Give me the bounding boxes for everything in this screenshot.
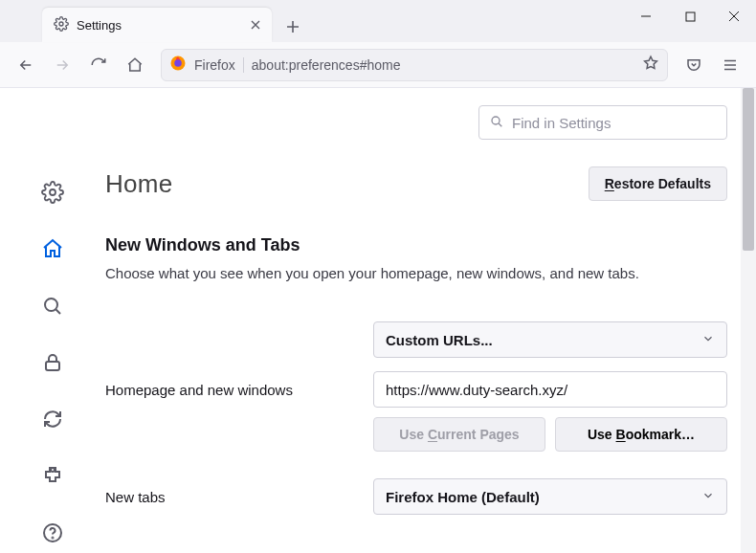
gear-icon bbox=[54, 16, 69, 34]
restore-defaults-button[interactable]: Restore Defaults bbox=[589, 166, 727, 201]
homepage-url-input[interactable] bbox=[373, 371, 727, 408]
close-window-button[interactable] bbox=[712, 0, 756, 33]
svg-point-5 bbox=[45, 299, 57, 311]
homepage-row-label: Homepage and new windows bbox=[105, 382, 373, 398]
section-description: Choose what you see when you open your h… bbox=[105, 265, 727, 281]
homepage-mode-select[interactable]: Custom URLs... bbox=[373, 321, 727, 358]
use-current-pages-button[interactable]: Use Current Pages bbox=[373, 417, 545, 452]
sidebar-search[interactable] bbox=[32, 286, 74, 325]
sidebar-help[interactable] bbox=[32, 514, 74, 553]
newtabs-label: New tabs bbox=[105, 489, 373, 505]
minimize-button[interactable] bbox=[624, 0, 668, 33]
close-tab-icon[interactable] bbox=[247, 16, 264, 33]
reload-button[interactable] bbox=[82, 49, 115, 81]
section-subheading: New Windows and Tabs bbox=[105, 235, 727, 255]
svg-point-9 bbox=[53, 538, 54, 539]
star-icon[interactable] bbox=[642, 55, 659, 76]
browser-tab[interactable]: Settings bbox=[42, 8, 272, 42]
chevron-down-icon bbox=[701, 332, 715, 348]
maximize-button[interactable] bbox=[668, 0, 712, 33]
svg-point-3 bbox=[174, 59, 182, 67]
svg-point-4 bbox=[50, 189, 56, 195]
sidebar-privacy[interactable] bbox=[32, 343, 74, 382]
settings-sidebar bbox=[0, 88, 105, 553]
sidebar-sync[interactable] bbox=[32, 400, 74, 439]
titlebar: Settings bbox=[0, 0, 756, 42]
svg-point-0 bbox=[59, 22, 63, 26]
svg-rect-6 bbox=[46, 362, 59, 370]
urlbar-label: Firefox bbox=[194, 57, 244, 73]
use-bookmark-button[interactable]: Use Bookmark… bbox=[555, 417, 727, 452]
new-tab-button[interactable] bbox=[278, 11, 308, 42]
search-icon bbox=[489, 114, 504, 132]
newtabs-select[interactable]: Firefox Home (Default) bbox=[373, 478, 727, 515]
select-value: Custom URLs... bbox=[386, 332, 493, 348]
home-button[interactable] bbox=[119, 49, 151, 81]
menu-button[interactable] bbox=[714, 49, 746, 81]
sidebar-extensions[interactable] bbox=[32, 456, 74, 496]
search-settings-input[interactable]: Find in Settings bbox=[478, 105, 727, 140]
chevron-down-icon bbox=[701, 489, 715, 505]
vertical-scrollbar[interactable] bbox=[741, 88, 756, 553]
sidebar-home[interactable] bbox=[32, 229, 74, 268]
svg-point-10 bbox=[492, 117, 500, 124]
select-value: Firefox Home (Default) bbox=[386, 489, 540, 505]
firefox-logo-icon bbox=[169, 55, 187, 76]
page-heading: Home bbox=[105, 169, 173, 199]
svg-point-7 bbox=[51, 468, 55, 472]
tab-title: Settings bbox=[77, 18, 122, 33]
forward-button[interactable] bbox=[46, 49, 78, 81]
settings-main: Find in Settings Home Restore Defaults N… bbox=[105, 88, 756, 553]
back-button[interactable] bbox=[10, 49, 42, 81]
urlbar-address: about:preferences#home bbox=[252, 57, 401, 73]
sidebar-general[interactable] bbox=[32, 172, 74, 211]
pocket-button[interactable] bbox=[678, 49, 710, 81]
svg-rect-1 bbox=[686, 12, 695, 21]
content-area: Find in Settings Home Restore Defaults N… bbox=[0, 88, 756, 553]
url-bar[interactable]: Firefox about:preferences#home bbox=[161, 49, 668, 81]
scrollbar-thumb[interactable] bbox=[743, 88, 754, 251]
window-controls bbox=[624, 0, 756, 33]
search-placeholder: Find in Settings bbox=[512, 115, 611, 131]
nav-toolbar: Firefox about:preferences#home bbox=[0, 42, 756, 88]
